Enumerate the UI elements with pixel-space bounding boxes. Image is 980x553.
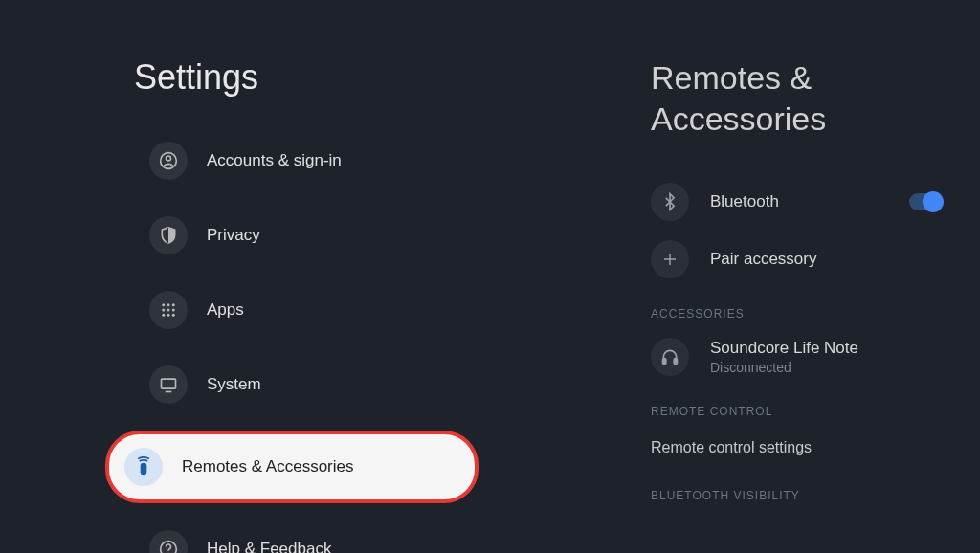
bluetooth-toggle[interactable]: [909, 193, 942, 210]
bluetooth-visibility-header: BLUETOOTH VISIBILITY: [651, 489, 942, 502]
svg-point-5: [162, 309, 165, 312]
svg-rect-13: [142, 464, 146, 475]
svg-point-4: [172, 303, 175, 306]
svg-point-2: [162, 303, 165, 306]
left-pane: Settings Accounts & sign-in Privacy Apps: [0, 0, 574, 553]
pair-accessory-row[interactable]: Pair accessory: [651, 231, 942, 288]
settings-menu: Accounts & sign-in Privacy Apps System: [134, 132, 574, 553]
shield-icon: [149, 216, 188, 254]
menu-label: Accounts & sign-in: [207, 151, 342, 170]
right-pane-title: Remotes & Accessories: [651, 57, 942, 139]
menu-label: System: [207, 375, 261, 394]
svg-rect-18: [663, 359, 666, 365]
svg-point-14: [161, 542, 177, 553]
menu-label: Remotes & Accessories: [182, 457, 354, 476]
menu-item-apps[interactable]: Apps: [134, 281, 574, 339]
svg-point-1: [167, 156, 171, 161]
apps-icon: [149, 291, 188, 329]
bluetooth-row[interactable]: Bluetooth: [651, 173, 942, 231]
monitor-icon: [149, 365, 188, 404]
settings-screen: Settings Accounts & sign-in Privacy Apps: [0, 0, 980, 553]
menu-label: Privacy: [207, 226, 260, 245]
menu-item-privacy[interactable]: Privacy: [134, 207, 574, 264]
accessory-name: Soundcore Life Note: [710, 339, 858, 358]
headphones-icon: [651, 338, 689, 376]
account-icon: [149, 142, 188, 180]
accessory-status: Disconnected: [710, 360, 858, 375]
svg-point-7: [172, 309, 175, 312]
help-icon: [149, 530, 188, 553]
svg-point-3: [167, 303, 170, 306]
svg-point-9: [167, 314, 170, 317]
menu-label: Help & Feedback: [207, 540, 331, 553]
remote-control-header: REMOTE CONTROL: [651, 405, 942, 418]
menu-item-system[interactable]: System: [134, 356, 574, 413]
bluetooth-label: Bluetooth: [710, 192, 779, 211]
settings-title: Settings: [134, 57, 574, 98]
pair-accessory-label: Pair accessory: [710, 250, 816, 269]
accessory-row[interactable]: Soundcore Life Note Disconnected: [651, 328, 942, 386]
remote-control-settings-row[interactable]: Remote control settings: [651, 426, 942, 470]
menu-item-help[interactable]: Help & Feedback: [134, 520, 574, 553]
svg-rect-11: [162, 379, 176, 388]
remote-icon: [124, 448, 163, 486]
plus-icon: [651, 240, 689, 278]
svg-point-8: [162, 314, 165, 317]
svg-point-6: [167, 309, 170, 312]
right-pane: Remotes & Accessories Bluetooth Pair acc…: [574, 0, 980, 553]
menu-item-accounts[interactable]: Accounts & sign-in: [134, 132, 574, 189]
svg-rect-19: [674, 359, 677, 365]
menu-item-remotes-accessories[interactable]: Remotes & Accessories: [105, 431, 479, 503]
menu-label: Apps: [207, 300, 244, 320]
svg-point-10: [172, 314, 175, 317]
bluetooth-icon: [651, 183, 689, 221]
accessories-header: ACCESSORIES: [651, 307, 942, 321]
